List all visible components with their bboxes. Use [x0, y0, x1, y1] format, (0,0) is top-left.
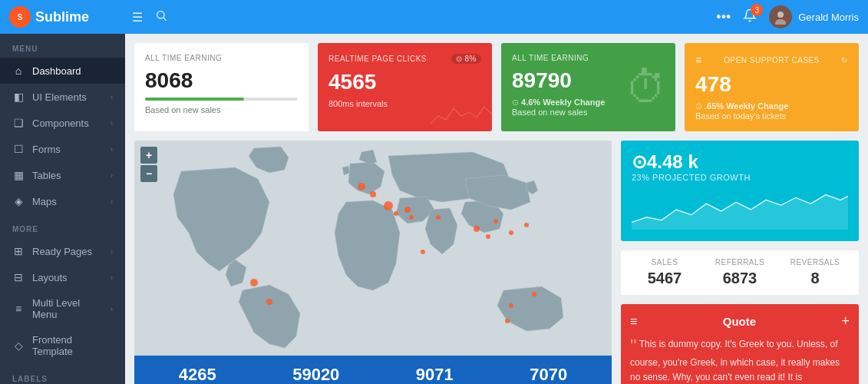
sidebar-item-label: Forms	[32, 144, 103, 155]
sidebar-item-label: UI Elements	[32, 91, 103, 103]
map-stat-value: 9071	[416, 365, 454, 384]
stat-subtitle: ⊙ .65% Weekly Change	[695, 101, 848, 111]
svg-point-2	[157, 11, 164, 18]
svg-point-13	[409, 215, 414, 220]
svg-point-15	[436, 215, 441, 220]
components-icon: ❑	[12, 117, 25, 129]
map-stats-bar: 4265 59020 9071 7070	[134, 356, 612, 384]
stat-card-support-cases: ≡ OPEN SUPPORT CASES ↻ 478 ⊙ .65% Weekly…	[685, 43, 859, 131]
mini-stat-label: SALES	[627, 258, 702, 266]
svg-point-8	[266, 299, 272, 305]
map-stat-value: 4265	[179, 365, 216, 384]
stat-card-menu-icon: ≡	[695, 54, 702, 66]
right-panel: ⊙4.48 k 23% PROJECTED GROWTH	[621, 141, 859, 384]
logo-icon: S	[9, 6, 31, 28]
svg-point-7	[250, 279, 258, 286]
more-section-label: MORE	[0, 214, 125, 238]
sidebar-item-label: Ready Pages	[32, 246, 103, 257]
stat-card-header-label: OPEN SUPPORT CASES	[724, 56, 820, 65]
stat-highlight: 4.6% Weekly Change	[521, 98, 605, 107]
chevron-right-icon: ›	[111, 273, 113, 282]
mini-stat-value: 8	[777, 270, 853, 287]
map-panel: + −	[134, 141, 612, 384]
dots-icon[interactable]: •••	[716, 9, 731, 25]
sidebar-item-maps[interactable]: ◈ Maps ›	[0, 188, 125, 214]
sidebar-item-ready-pages[interactable]: ⊞ Ready Pages ›	[0, 238, 125, 264]
user-name: Gerald Morris	[798, 12, 859, 23]
chevron-right-icon: ›	[111, 145, 113, 154]
svg-point-20	[524, 223, 529, 227]
stat-card-all-time-earning-green: ALL TIME EARNING 89790 ⏱ ⊙ 4.6% Weekly C…	[501, 43, 675, 131]
multi-level-icon: ≡	[12, 303, 25, 315]
search-icon[interactable]	[155, 9, 167, 25]
sidebar-item-frontend-template[interactable]: ◇ Frontend Template	[0, 327, 125, 364]
sidebar-item-label: Multi Level Menu	[32, 297, 103, 320]
stat-value: 478	[695, 72, 848, 97]
topnav-center: ☰	[132, 9, 716, 25]
svg-point-11	[384, 201, 393, 210]
sidebar-item-tables[interactable]: ▦ Tables ›	[0, 162, 125, 188]
sidebar-item-label: Dashboard	[32, 65, 113, 77]
world-map-svg	[134, 141, 612, 356]
quote-menu-icon: ≡	[630, 315, 637, 329]
stat-card-realtime-clicks: REALTIME PAGE CLICKS ⊙ 8% 4565 800ms int…	[318, 43, 492, 131]
dashboard-icon: ⌂	[12, 65, 25, 77]
svg-point-23	[421, 250, 425, 254]
notification-bell[interactable]: 3	[743, 8, 757, 25]
svg-point-5	[777, 12, 784, 18]
zoom-in-button[interactable]: +	[140, 147, 157, 164]
svg-point-21	[532, 292, 536, 296]
chevron-right-icon: ›	[111, 247, 113, 256]
mini-stat-referrals: REFERRALS 6873	[702, 258, 777, 287]
sidebar-item-components[interactable]: ❑ Components ›	[0, 110, 125, 136]
growth-value: ⊙4.48 k	[632, 151, 848, 173]
user-info[interactable]: Gerald Morris	[769, 5, 859, 28]
zoom-out-button[interactable]: −	[140, 165, 157, 182]
chevron-right-icon: ›	[111, 305, 113, 313]
svg-line-3	[163, 18, 167, 21]
sidebar-item-dashboard[interactable]: ⌂ Dashboard	[0, 58, 125, 84]
sidebar: MENU ⌂ Dashboard ◧ UI Elements › ❑ Compo…	[0, 34, 125, 384]
map-stat-value: 7070	[530, 365, 567, 384]
hamburger-icon[interactable]: ☰	[132, 10, 143, 25]
stat-highlight: .65% Weekly Change	[705, 101, 788, 111]
stat-card-refresh-icon: ↻	[841, 56, 848, 65]
stat-value: 4565	[328, 70, 481, 94]
map-stat-2: 59020	[292, 365, 339, 384]
svg-point-19	[509, 230, 513, 235]
sidebar-item-label: Layouts	[32, 272, 103, 283]
mini-stat-value: 6873	[702, 270, 777, 287]
maps-icon: ◈	[12, 195, 25, 207]
svg-point-9	[358, 183, 365, 190]
layouts-icon: ⊟	[12, 271, 25, 283]
chevron-right-icon: ›	[111, 197, 113, 206]
growth-chart	[632, 188, 848, 230]
svg-point-10	[370, 191, 376, 197]
map-controls: + −	[140, 147, 157, 182]
map-stat-3: 9071	[416, 365, 454, 384]
stat-subtitle-2: Based on today's tickets	[695, 111, 848, 121]
sidebar-item-ui-elements[interactable]: ◧ UI Elements ›	[0, 84, 125, 110]
growth-card: ⊙4.48 k 23% PROJECTED GROWTH	[621, 141, 859, 241]
map-stat-value: 59020	[292, 365, 339, 384]
timer-icon: ⏱	[625, 63, 668, 112]
sidebar-item-forms[interactable]: ☐ Forms ›	[0, 136, 125, 162]
mini-stat-label: REVERSALS	[777, 258, 853, 266]
mini-stat-reversals: REVERSALS 8	[777, 258, 853, 287]
tables-icon: ▦	[12, 169, 25, 181]
mini-stat-label: REFERRALS	[702, 258, 777, 266]
logo: S Sublime	[9, 6, 132, 28]
chevron-right-icon: ›	[111, 119, 113, 127]
quote-header: ≡ Quote +	[630, 313, 850, 329]
sidebar-item-multi-level-menu[interactable]: ≡ Multi Level Menu ›	[0, 290, 125, 327]
svg-point-22	[509, 303, 513, 308]
quote-add-icon[interactable]: +	[841, 313, 850, 329]
growth-label: 23% PROJECTED GROWTH	[632, 173, 848, 182]
svg-text:S: S	[18, 13, 23, 22]
quote-text: " This is dummy copy. It's Greek to you.…	[630, 337, 850, 384]
stat-subtitle: Based on new sales	[145, 105, 298, 114]
sidebar-item-layouts[interactable]: ⊟ Layouts ›	[0, 264, 125, 290]
frontend-icon: ◇	[12, 339, 25, 352]
stat-card-all-time-earning-white: ALL TIME EARNING 8068 Based on new sales	[134, 43, 309, 131]
bottom-row: + −	[134, 141, 859, 384]
